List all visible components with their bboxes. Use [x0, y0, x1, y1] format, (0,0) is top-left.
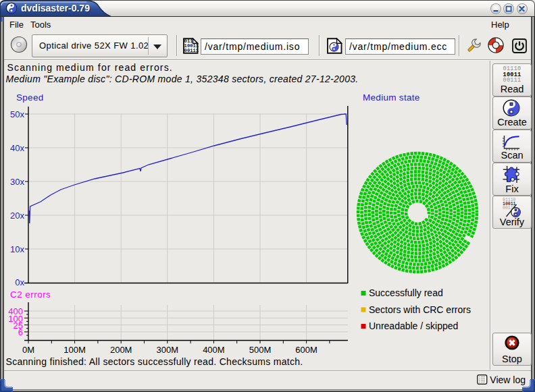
svg-text:600M: 600M — [295, 345, 317, 355]
svg-text:Unreadable / skipped: Unreadable / skipped — [369, 320, 458, 331]
svg-text:Speed: Speed — [16, 92, 44, 103]
svg-text:Successfully read: Successfully read — [369, 287, 443, 298]
svg-text:200M: 200M — [110, 345, 132, 355]
svg-text:Medium state: Medium state — [363, 92, 420, 103]
svg-text:00111: 00111 — [184, 48, 199, 53]
svg-text:400M: 400M — [203, 345, 225, 355]
svg-text:0M: 0M — [22, 345, 34, 355]
svg-text:Sectors with CRC errors: Sectors with CRC errors — [369, 304, 471, 315]
svg-text:6: 6 — [18, 327, 23, 337]
svg-text:300M: 300M — [157, 345, 179, 355]
svg-text:30x: 30x — [10, 177, 24, 187]
svg-text:20x: 20x — [10, 211, 24, 221]
svg-text:0x: 0x — [15, 277, 24, 287]
svg-text:40x: 40x — [10, 143, 24, 153]
svg-text:C2 errors: C2 errors — [10, 289, 51, 300]
svg-text:50x: 50x — [10, 109, 24, 119]
svg-text:100M: 100M — [63, 345, 86, 355]
svg-text:10x: 10x — [10, 244, 24, 254]
svg-text:500M: 500M — [249, 345, 272, 355]
